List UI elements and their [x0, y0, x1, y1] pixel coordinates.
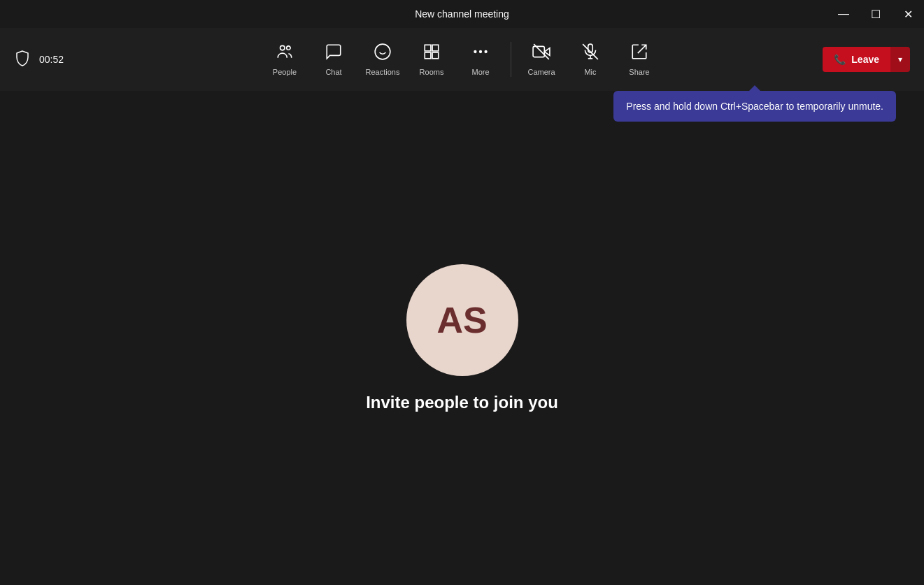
- people-icon: [276, 43, 294, 64]
- share-button[interactable]: Share: [615, 28, 664, 91]
- meeting-timer: 00:52: [39, 54, 64, 65]
- toolbar-center: People Chat Reactions: [260, 28, 664, 91]
- svg-rect-8: [432, 52, 439, 59]
- leave-button[interactable]: 📞 Leave: [823, 47, 890, 72]
- camera-button[interactable]: Camera: [517, 28, 566, 91]
- shield-icon: [14, 50, 31, 70]
- svg-rect-12: [533, 46, 544, 57]
- unmute-tooltip: Press and hold down Ctrl+Spacebar to tem…: [613, 91, 896, 122]
- more-icon: [471, 43, 490, 64]
- mic-button[interactable]: Mic: [566, 28, 615, 91]
- svg-point-1: [287, 46, 290, 50]
- rooms-icon: [422, 43, 441, 64]
- rooms-button[interactable]: Rooms: [407, 28, 456, 91]
- more-label: More: [471, 68, 489, 76]
- mic-icon: [581, 43, 599, 64]
- avatar: AS: [406, 264, 518, 376]
- svg-point-11: [484, 50, 487, 53]
- reactions-label: Reactions: [366, 68, 400, 76]
- toolbar-left: 00:52: [14, 50, 64, 70]
- camera-icon: [532, 43, 550, 64]
- rooms-label: Rooms: [420, 68, 444, 76]
- people-label: People: [273, 68, 297, 76]
- svg-point-9: [474, 50, 476, 53]
- tooltip-text: Press and hold down Ctrl+Spacebar to tem…: [626, 101, 883, 112]
- chat-label: Chat: [325, 68, 341, 76]
- svg-rect-6: [432, 45, 439, 51]
- leave-chevron-button[interactable]: ▾: [890, 47, 910, 72]
- invite-text: Invite people to join you: [366, 393, 558, 412]
- toolbar-right: 📞 Leave ▾: [823, 47, 910, 72]
- avatar-initials: AS: [436, 299, 487, 341]
- more-button[interactable]: More: [456, 28, 505, 91]
- minimize-button[interactable]: —: [827, 0, 860, 28]
- mic-label: Mic: [584, 68, 596, 76]
- window-controls: — ☐ ✕: [827, 0, 924, 28]
- svg-rect-7: [425, 52, 431, 59]
- svg-point-2: [375, 44, 390, 59]
- toolbar: 00:52 People Chat: [0, 28, 924, 91]
- reactions-icon: [374, 43, 392, 64]
- leave-label: Leave: [851, 54, 879, 65]
- reactions-button[interactable]: Reactions: [358, 28, 407, 91]
- chat-button[interactable]: Chat: [309, 28, 358, 91]
- title-bar: New channel meeting — ☐ ✕: [0, 0, 924, 28]
- leave-phone-icon: 📞: [834, 54, 846, 65]
- share-icon: [630, 43, 648, 64]
- svg-point-0: [280, 45, 285, 50]
- main-content: AS Invite people to join you: [0, 91, 924, 585]
- toolbar-divider: [511, 42, 511, 77]
- people-button[interactable]: People: [260, 28, 309, 91]
- maximize-button[interactable]: ☐: [860, 0, 892, 28]
- chevron-down-icon: ▾: [898, 55, 902, 64]
- chat-icon: [325, 43, 343, 64]
- share-label: Share: [629, 68, 649, 76]
- svg-rect-5: [425, 45, 431, 51]
- camera-label: Camera: [527, 68, 555, 76]
- window-title: New channel meeting: [415, 8, 509, 20]
- close-button[interactable]: ✕: [892, 0, 924, 28]
- svg-point-10: [479, 50, 482, 53]
